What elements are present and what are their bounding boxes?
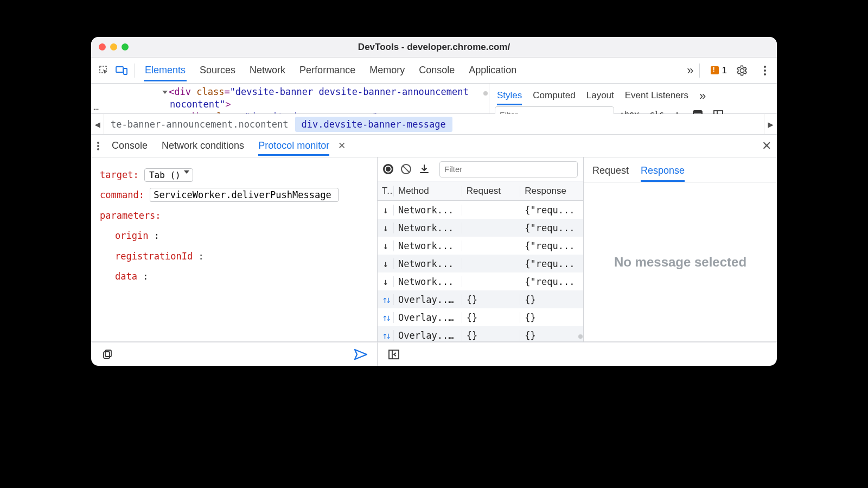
window-title: DevTools - developer.chrome.com/ [91, 42, 777, 53]
svg-point-10 [97, 142, 99, 144]
tab-application[interactable]: Application [468, 59, 518, 81]
svg-rect-14 [105, 350, 111, 357]
detail-empty-message: No message selected [584, 182, 777, 341]
direction-icon: ↓ [378, 223, 394, 233]
protocol-monitor: target: Tab () command: parameters: orig… [91, 157, 777, 342]
inspect-element-icon[interactable] [97, 63, 112, 78]
copy-icon[interactable] [100, 347, 115, 362]
protocol-row[interactable]: ↓Network...{"requ... [378, 272, 583, 290]
protocol-command-form: target: Tab () command: parameters: orig… [91, 157, 378, 341]
issues-icon [711, 66, 719, 74]
ellipsis-icon: ⋯ [93, 104, 99, 113]
breadcrumb-item[interactable]: te-banner-announcement.nocontent [104, 119, 295, 130]
issues-count: 1 [722, 65, 727, 76]
direction-icon: ↑↓ [378, 294, 394, 305]
direction-icon: ↓ [378, 205, 394, 216]
protocol-row[interactable]: ↓Network...{"requ... [378, 237, 583, 255]
styles-tab-layout[interactable]: Layout [586, 87, 614, 105]
tab-elements[interactable]: Elements [144, 59, 187, 81]
breadcrumb-item-selected[interactable]: div.devsite-banner-message [295, 117, 452, 132]
svg-point-3 [764, 66, 766, 68]
drawer-tab-close-icon[interactable]: ✕ [338, 140, 346, 151]
param-data[interactable]: data : [100, 267, 368, 287]
separator [699, 64, 700, 78]
close-window-icon[interactable] [99, 43, 106, 50]
protocol-row[interactable]: ↑↓Overlay....{}{} [378, 308, 583, 326]
styles-overflow-icon[interactable]: » [699, 89, 706, 103]
clear-icon[interactable] [401, 164, 411, 174]
detail-tab-response[interactable]: Response [641, 162, 685, 182]
breadcrumb-next-icon[interactable]: ▶ [764, 114, 777, 134]
command-input[interactable] [150, 188, 339, 202]
device-toggle-icon[interactable] [114, 63, 129, 78]
issues-counter[interactable]: 1 [711, 65, 727, 76]
col-method[interactable]: Method [394, 186, 462, 197]
col-request[interactable]: Request [462, 186, 521, 197]
main-toolbar: ElementsSourcesNetworkPerformanceMemoryC… [91, 58, 777, 84]
protocol-table-body[interactable]: ↓Network...{"requ...↓Network...{"requ...… [378, 201, 583, 341]
download-icon[interactable] [419, 164, 430, 175]
drawer-tab-protocol-monitor[interactable]: Protocol monitor [258, 136, 329, 156]
col-type[interactable]: T. [378, 186, 394, 197]
col-response[interactable]: Response [520, 186, 583, 197]
tab-sources[interactable]: Sources [199, 59, 237, 81]
titlebar: DevTools - developer.chrome.com/ [91, 37, 777, 58]
separator [135, 64, 135, 78]
scrollbar-thumb[interactable] [578, 334, 583, 339]
settings-icon[interactable] [735, 63, 750, 78]
zoom-window-icon[interactable] [122, 43, 129, 50]
direction-icon: ↑↓ [378, 330, 394, 341]
target-label: target: [100, 169, 139, 180]
direction-icon: ↓ [378, 240, 394, 251]
svg-point-5 [764, 73, 766, 75]
protocol-row[interactable]: ↑↓Overlay....{}{} [378, 326, 583, 341]
traffic-lights [91, 43, 129, 50]
record-icon[interactable] [383, 164, 393, 174]
param-registrationId[interactable]: registrationId : [100, 246, 368, 267]
target-select[interactable]: Tab () [144, 165, 193, 185]
protocol-row[interactable]: ↑↓Overlay....{}{} [378, 290, 583, 308]
protocol-table-header: T. Method Request Response [378, 181, 583, 201]
styles-tab-computed[interactable]: Computed [533, 87, 575, 105]
drawer-tab-console[interactable]: Console [112, 136, 148, 156]
elements-tree[interactable]: <div class="devsite-banner devsite-banne… [91, 84, 489, 113]
param-origin[interactable]: origin : [100, 226, 368, 246]
drawer-close-icon[interactable]: ✕ [762, 139, 771, 153]
minimize-window-icon[interactable] [110, 43, 117, 50]
tree-expand-icon[interactable] [162, 91, 168, 94]
direction-icon: ↑↓ [378, 312, 394, 323]
parameters-label: parameters: [100, 210, 161, 221]
send-command-icon[interactable] [353, 347, 368, 362]
protocol-row[interactable]: ↓Network...{"requ... [378, 201, 583, 219]
styles-tab-event-listeners[interactable]: Event Listeners [625, 87, 688, 105]
drawer-menu-icon[interactable] [97, 141, 100, 151]
tab-performance[interactable]: Performance [298, 59, 356, 81]
protocol-filter-input[interactable] [439, 161, 578, 178]
svg-point-4 [764, 69, 766, 72]
protocol-row[interactable]: ↓Network...{"requ... [378, 219, 583, 237]
direction-icon: ↓ [378, 276, 394, 287]
svg-rect-7 [693, 111, 702, 113]
protocol-row[interactable]: ↓Network...{"requ... [378, 255, 583, 272]
svg-rect-2 [124, 68, 127, 74]
drawer-tabs: ConsoleNetwork conditionsProtocol monito… [91, 135, 777, 157]
tab-memory[interactable]: Memory [368, 59, 406, 81]
direction-icon: ↓ [378, 258, 394, 269]
styles-tab-styles[interactable]: Styles [497, 87, 522, 105]
detail-tab-request[interactable]: Request [592, 162, 629, 182]
breadcrumb-prev-icon[interactable]: ◀ [91, 114, 104, 134]
overflow-icon[interactable]: » [687, 64, 693, 78]
tab-network[interactable]: Network [248, 59, 286, 81]
svg-point-11 [97, 145, 99, 147]
drawer-tab-network-conditions[interactable]: Network conditions [162, 136, 244, 156]
protocol-log: T. Method Request Response ↓Network...{"… [378, 157, 584, 341]
upper-panes: <div class="devsite-banner devsite-banne… [91, 84, 777, 114]
detail-tabs: RequestResponse [584, 157, 777, 182]
tab-console[interactable]: Console [418, 59, 456, 81]
styles-tabs: StylesComputedLayoutEvent Listeners» [489, 84, 777, 105]
collapse-panel-icon[interactable] [386, 347, 401, 362]
kebab-menu-icon[interactable] [757, 63, 773, 78]
protocol-detail-pane: RequestResponse No message selected [584, 157, 777, 341]
scrollbar-thumb[interactable] [483, 91, 488, 96]
svg-rect-1 [116, 67, 123, 72]
